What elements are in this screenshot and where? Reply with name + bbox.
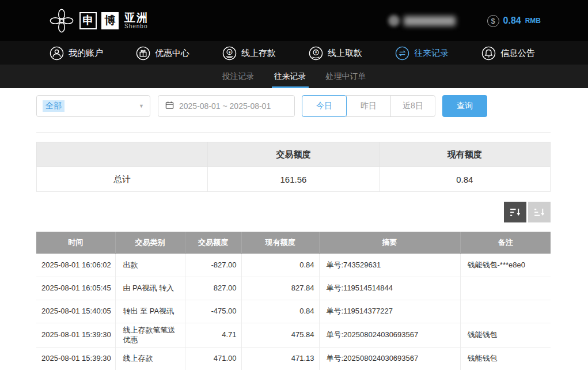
nav-deposit[interactable]: ¥ 线上存款 [222,46,276,61]
summary-table: 交易额度 现有额度 总计 161.56 0.84 [36,142,551,192]
cell-balance: 0.84 [241,254,319,277]
quick-date-group: 今日 昨日 近8日 [302,95,435,117]
cell-balance: 0.84 [241,300,319,323]
chevron-down-icon: ▼ [139,103,144,109]
cell-type: 转出 至 PA视讯 [115,300,185,323]
table-row: 2025-08-01 16:06:02 出款 -827.00 0.84 单号:7… [36,254,551,277]
svg-text:¥: ¥ [229,50,231,54]
bell-icon [481,46,496,61]
cell-note: 钱能钱包 [460,347,551,370]
withdraw-coin-icon: ¥ [309,46,323,61]
cell-note: 钱能钱包 [460,323,551,347]
nav-announcements[interactable]: 信息公告 [481,46,535,61]
sort-ascending-button[interactable] [528,202,551,222]
yesterday-button[interactable]: 昨日 [346,95,391,117]
today-button[interactable]: 今日 [302,95,347,117]
cell-amount: 827.00 [185,277,241,300]
summary-total-transaction: 161.56 [208,167,379,192]
nav-label: 往来记录 [414,48,449,59]
type-select-value: 全部 [43,100,65,112]
wallet-balance: $ 0.84 RMB [487,15,541,27]
col-header-note: 备注 [460,232,551,254]
logo-char-shen: 申 [79,12,97,29]
nav-withdraw[interactable]: ¥ 线上取款 [309,46,362,61]
nav-label: 优惠中心 [155,48,189,59]
cell-amount: -827.00 [185,254,241,277]
col-header-type: 交易类别 [115,232,185,254]
table-header-row: 时间 交易类别 交易额度 现有额度 摘要 备注 [36,232,551,254]
avatar [388,15,400,27]
cell-time: 2025-08-01 15:39:30 [36,323,115,347]
filter-row: 全部 ▼ 2025-08-01 ~ 2025-08-01 今日 昨日 近8日 查… [36,95,551,117]
col-header-summary: 摘要 [319,232,460,254]
table-row: 2025-08-01 15:39:30 线上存款 471.00 471.13 单… [36,347,551,370]
summary-header-transaction: 交易额度 [208,142,379,167]
table-row: 2025-08-01 16:05:45 由 PA视讯 转入 827.00 827… [36,277,551,300]
divider [36,133,551,133]
nav-label: 线上取款 [328,48,362,59]
cell-summary: 单号:743529631 [319,254,460,277]
summary-header-blank [37,142,208,167]
query-button[interactable]: 查询 [442,95,487,117]
cell-time: 2025-08-01 15:39:30 [36,347,115,370]
cell-time: 2025-08-01 15:40:05 [36,300,115,323]
gift-icon [136,46,150,61]
cell-summary: 单号:119514514844 [319,277,460,300]
col-header-balance: 现有额度 [241,232,319,254]
cell-balance: 827.84 [241,277,319,300]
cell-note [460,300,551,323]
calendar-icon [165,101,174,111]
cell-summary: 单号:119514377227 [319,300,460,323]
table-row: 2025-08-01 15:39:30 线上存款笔笔送优惠 4.71 475.8… [36,323,551,347]
tab-transaction-records[interactable]: 往来记录 [274,65,306,88]
cell-time: 2025-08-01 16:05:45 [36,277,115,300]
sort-controls [36,202,551,222]
logo-subtitle: Shenbo [124,24,149,30]
balance-currency: RMB [525,17,541,25]
record-subtabs: 投注记录 往来记录 处理中订单 [0,65,588,88]
nav-label: 我的账户 [69,48,103,59]
logo-region-text: 亚洲 [124,12,149,24]
cell-type: 由 PA视讯 转入 [115,277,185,300]
account-menu[interactable] [388,15,456,27]
last-8-days-button[interactable]: 近8日 [390,95,435,117]
nav-transactions[interactable]: 往来记录 [395,46,449,61]
summary-total-row: 总计 161.56 0.84 [37,167,551,192]
user-icon [50,46,64,61]
svg-text:¥: ¥ [315,50,317,54]
cell-summary: 单号:202508024030693567 [319,323,460,347]
date-range-value: 2025-08-01 ~ 2025-08-01 [179,101,271,111]
tab-processing-orders[interactable]: 处理中订单 [326,65,366,88]
sort-descending-button[interactable] [504,202,526,222]
logo-char-bo: 博 [101,12,119,29]
nav-promotions[interactable]: 优惠中心 [136,46,189,61]
transactions-table: 时间 交易类别 交易额度 现有额度 摘要 备注 2025-08-01 16:06… [36,232,551,370]
type-select[interactable]: 全部 ▼ [36,95,150,117]
flower-logo-icon [48,7,75,34]
main-nav: 我的账户 优惠中心 ¥ 线上存款 ¥ 线上取款 [0,41,588,65]
cell-note [460,277,551,300]
date-range-input[interactable]: 2025-08-01 ~ 2025-08-01 [158,95,295,117]
cell-type: 线上存款 [115,347,185,370]
cell-balance: 475.84 [241,323,319,347]
col-header-amount: 交易额度 [185,232,241,254]
cell-type: 出款 [115,254,185,277]
summary-total-balance: 0.84 [379,167,550,192]
cell-amount: -475.00 [185,300,241,323]
deposit-coin-icon: ¥ [222,46,237,61]
balance-amount: 0.84 [503,16,521,26]
nav-my-account[interactable]: 我的账户 [50,46,103,61]
summary-total-label: 总计 [37,167,208,192]
table-row: 2025-08-01 15:40:05 转出 至 PA视讯 -475.00 0.… [36,300,551,323]
brand-logo[interactable]: 申 博 亚洲 Shenbo [48,7,149,34]
cell-note: 钱能钱包-***e8e0 [460,254,551,277]
exchange-arrows-icon [395,46,409,61]
summary-header-balance: 现有额度 [379,142,550,167]
cell-amount: 4.71 [185,323,241,347]
content-area: 全部 ▼ 2025-08-01 ~ 2025-08-01 今日 昨日 近8日 查… [0,88,588,370]
cell-summary: 单号:202508024030693567 [319,347,460,370]
cell-type: 线上存款笔笔送优惠 [115,323,185,347]
tab-betting-records[interactable]: 投注记录 [222,65,255,88]
nav-label: 信息公告 [500,48,535,59]
cell-balance: 471.13 [241,347,319,370]
